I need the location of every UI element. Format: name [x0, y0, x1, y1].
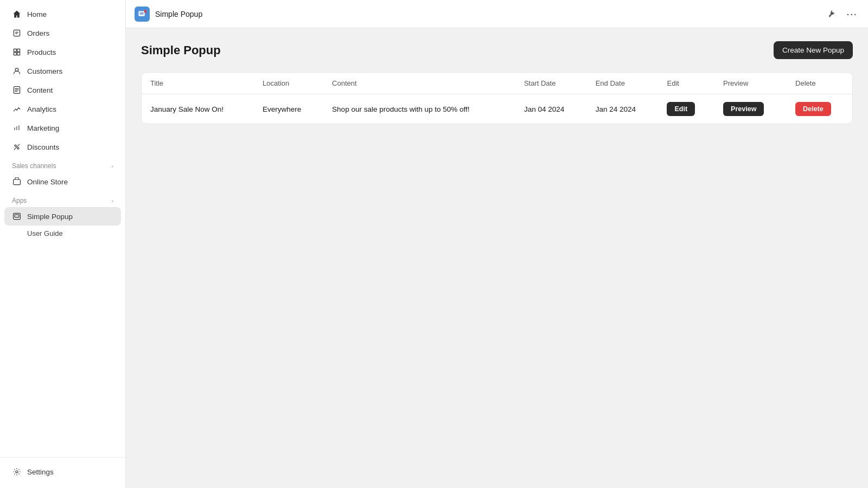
- settings-icon: [12, 467, 22, 477]
- orders-icon: [12, 28, 22, 38]
- svg-point-8: [16, 471, 18, 473]
- sidebar-item-content-label: Content: [27, 86, 53, 94]
- topbar-title: Simple Popup: [155, 10, 818, 18]
- sidebar-item-content[interactable]: Content: [4, 81, 121, 99]
- row-title: January Sale Now On!: [142, 94, 254, 124]
- sidebar-item-settings-label: Settings: [27, 468, 54, 476]
- more-icon: ···: [846, 8, 857, 20]
- more-button[interactable]: ···: [844, 5, 859, 22]
- topbar-actions: ···: [824, 5, 859, 22]
- apps-chevron: ›: [111, 197, 113, 204]
- col-delete: Delete: [787, 73, 852, 94]
- row-preview-cell: Preview: [714, 94, 787, 124]
- row-location: Everywhere: [254, 94, 323, 124]
- sidebar-item-online-store[interactable]: Online Store: [4, 172, 121, 191]
- home-icon: [12, 9, 22, 19]
- analytics-icon: [12, 104, 22, 114]
- sales-channels-section[interactable]: Sales channels ›: [4, 157, 121, 172]
- sidebar-item-simple-popup-label: Simple Popup: [27, 213, 73, 221]
- col-location: Location: [254, 73, 323, 94]
- sidebar-item-user-guide[interactable]: User Guide: [4, 226, 121, 241]
- table-body: January Sale Now On! Everywhere Shop our…: [142, 94, 852, 124]
- sidebar-item-discounts-label: Discounts: [27, 143, 59, 151]
- svg-point-3: [15, 145, 16, 146]
- app-logo: [135, 7, 150, 22]
- topbar: Simple Popup ···: [126, 0, 868, 28]
- svg-rect-5: [14, 179, 21, 185]
- sidebar-item-customers[interactable]: Customers: [4, 62, 121, 80]
- apps-section[interactable]: Apps ›: [4, 191, 121, 207]
- col-content: Content: [323, 73, 515, 94]
- sidebar: Home Orders Products Customers Content: [0, 0, 126, 488]
- sidebar-item-home[interactable]: Home: [4, 5, 121, 23]
- delete-button[interactable]: Delete: [795, 102, 831, 116]
- popup-table: Title Location Content Start Date End Da…: [142, 73, 852, 124]
- sidebar-item-home-label: Home: [27, 10, 47, 18]
- col-preview: Preview: [714, 73, 787, 94]
- popup-table-container: Title Location Content Start Date End Da…: [141, 72, 853, 124]
- sales-channels-chevron: ›: [111, 163, 113, 169]
- sidebar-item-analytics-label: Analytics: [27, 105, 56, 113]
- sidebar-nav: Home Orders Products Customers Content: [0, 0, 125, 457]
- sidebar-item-simple-popup[interactable]: Simple Popup: [4, 207, 121, 226]
- sidebar-item-marketing-label: Marketing: [27, 124, 59, 132]
- sidebar-item-orders-label: Orders: [27, 29, 49, 37]
- row-content: Shop our sale products with up to 50% of…: [323, 94, 515, 124]
- sidebar-item-settings[interactable]: Settings: [4, 463, 121, 481]
- table-header: Title Location Content Start Date End Da…: [142, 73, 852, 94]
- sidebar-item-orders[interactable]: Orders: [4, 24, 121, 42]
- sidebar-item-online-store-label: Online Store: [27, 178, 68, 186]
- col-edit: Edit: [658, 73, 714, 94]
- svg-point-4: [17, 147, 19, 149]
- sidebar-item-customers-label: Customers: [27, 67, 62, 75]
- sidebar-item-products[interactable]: Products: [4, 43, 121, 61]
- page-title: Simple Popup: [141, 43, 221, 57]
- sidebar-bottom: Settings: [0, 457, 125, 488]
- pin-button[interactable]: [824, 7, 838, 21]
- row-delete-cell: Delete: [787, 94, 852, 124]
- col-start-date: Start Date: [515, 73, 587, 94]
- col-end-date: End Date: [587, 73, 659, 94]
- svg-rect-0: [14, 30, 20, 36]
- sidebar-item-products-label: Products: [27, 48, 56, 56]
- sidebar-item-analytics[interactable]: Analytics: [4, 100, 121, 118]
- svg-rect-11: [144, 10, 147, 12]
- online-store-icon: [12, 177, 22, 187]
- row-edit-cell: Edit: [658, 94, 714, 124]
- simple-popup-icon: [12, 211, 22, 221]
- row-end-date: Jan 24 2024: [587, 94, 659, 124]
- svg-rect-10: [140, 12, 144, 15]
- sidebar-item-user-guide-label: User Guide: [27, 229, 63, 237]
- discounts-icon: [12, 142, 22, 152]
- products-icon: [12, 47, 22, 57]
- customers-icon: [12, 66, 22, 76]
- main-content: Simple Popup ··· Simple Popup Create New…: [126, 0, 868, 488]
- col-title: Title: [142, 73, 254, 94]
- marketing-icon: [12, 123, 22, 133]
- page-header: Simple Popup Create New Popup: [141, 41, 853, 59]
- sidebar-item-discounts[interactable]: Discounts: [4, 138, 121, 156]
- create-new-popup-button[interactable]: Create New Popup: [774, 41, 853, 59]
- sidebar-item-marketing[interactable]: Marketing: [4, 119, 121, 137]
- content-area: Simple Popup Create New Popup Title Loca…: [126, 28, 868, 488]
- row-start-date: Jan 04 2024: [515, 94, 587, 124]
- preview-button[interactable]: Preview: [723, 102, 764, 116]
- edit-button[interactable]: Edit: [667, 102, 695, 116]
- content-icon: [12, 85, 22, 95]
- svg-rect-7: [15, 215, 19, 217]
- table-row: January Sale Now On! Everywhere Shop our…: [142, 94, 852, 124]
